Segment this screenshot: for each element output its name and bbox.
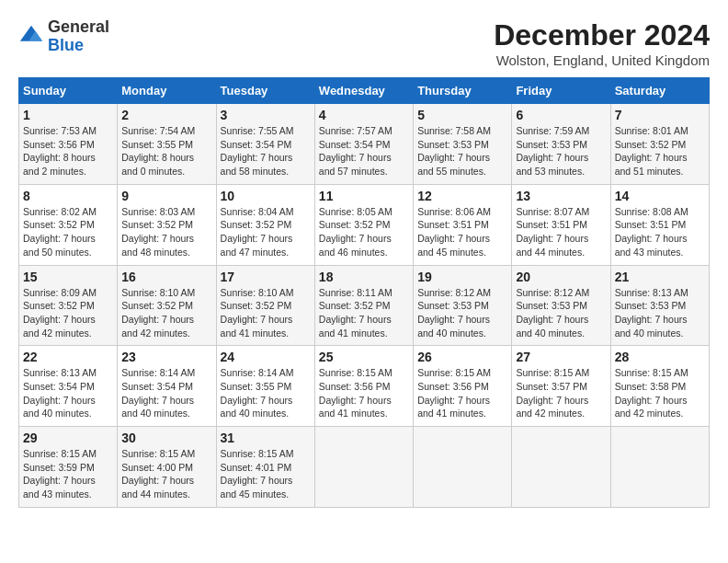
calendar-week-row: 15Sunrise: 8:09 AMSunset: 3:52 PMDayligh… — [19, 265, 710, 346]
day-detail: Sunrise: 8:15 AMSunset: 3:59 PMDaylight:… — [23, 447, 113, 501]
page-header: General Blue December 2024 Wolston, Engl… — [18, 18, 710, 68]
day-number: 17 — [221, 270, 311, 284]
day-detail: Sunrise: 8:04 AMSunset: 3:52 PMDaylight:… — [221, 205, 311, 259]
day-number: 13 — [516, 189, 606, 203]
day-detail: Sunrise: 8:01 AMSunset: 3:52 PMDaylight:… — [615, 124, 705, 178]
title-block: December 2024 Wolston, England, United K… — [494, 18, 710, 68]
calendar-week-row: 1Sunrise: 7:53 AMSunset: 3:56 PMDaylight… — [19, 104, 710, 185]
day-detail: Sunrise: 7:53 AMSunset: 3:56 PMDaylight:… — [23, 124, 113, 178]
calendar-week-row: 29Sunrise: 8:15 AMSunset: 3:59 PMDayligh… — [19, 427, 710, 508]
day-number: 9 — [121, 189, 211, 203]
calendar-cell: 11Sunrise: 8:05 AMSunset: 3:52 PMDayligh… — [314, 184, 413, 265]
calendar-cell: 10Sunrise: 8:04 AMSunset: 3:52 PMDayligh… — [216, 184, 314, 265]
calendar-cell: 29Sunrise: 8:15 AMSunset: 3:59 PMDayligh… — [19, 427, 118, 508]
calendar-cell: 7Sunrise: 8:01 AMSunset: 3:52 PMDaylight… — [610, 104, 709, 185]
day-detail: Sunrise: 8:12 AMSunset: 3:53 PMDaylight:… — [417, 286, 507, 340]
day-detail: Sunrise: 8:07 AMSunset: 3:51 PMDaylight:… — [516, 205, 606, 259]
day-number: 25 — [319, 350, 409, 364]
day-number: 19 — [417, 270, 507, 284]
day-number: 2 — [121, 108, 211, 122]
day-number: 30 — [121, 431, 211, 445]
day-number: 3 — [221, 108, 311, 122]
day-number: 6 — [516, 108, 606, 122]
day-detail: Sunrise: 8:15 AMSunset: 3:57 PMDaylight:… — [516, 366, 606, 420]
day-detail: Sunrise: 8:15 AMSunset: 3:56 PMDaylight:… — [319, 366, 409, 420]
calendar-cell: 6Sunrise: 7:59 AMSunset: 3:53 PMDaylight… — [512, 104, 610, 185]
day-number: 23 — [121, 350, 211, 364]
day-detail: Sunrise: 7:55 AMSunset: 3:54 PMDaylight:… — [221, 124, 311, 178]
weekday-header-monday: Monday — [118, 78, 216, 104]
calendar-cell: 24Sunrise: 8:14 AMSunset: 3:55 PMDayligh… — [216, 346, 314, 427]
day-number: 27 — [516, 350, 606, 364]
weekday-header-wednesday: Wednesday — [314, 78, 413, 104]
calendar-cell: 15Sunrise: 8:09 AMSunset: 3:52 PMDayligh… — [19, 265, 118, 346]
day-number: 31 — [221, 431, 311, 445]
calendar-cell: 23Sunrise: 8:14 AMSunset: 3:54 PMDayligh… — [118, 346, 216, 427]
day-number: 28 — [615, 350, 705, 364]
day-number: 14 — [615, 189, 705, 203]
calendar-week-row: 22Sunrise: 8:13 AMSunset: 3:54 PMDayligh… — [19, 346, 710, 427]
calendar-cell: 2Sunrise: 7:54 AMSunset: 3:55 PMDaylight… — [118, 104, 216, 185]
day-detail: Sunrise: 8:15 AMSunset: 4:01 PMDaylight:… — [221, 447, 311, 501]
calendar-table: SundayMondayTuesdayWednesdayThursdayFrid… — [18, 77, 710, 508]
calendar-header-row: SundayMondayTuesdayWednesdayThursdayFrid… — [19, 78, 710, 104]
weekday-header-friday: Friday — [512, 78, 610, 104]
day-number: 10 — [221, 189, 311, 203]
calendar-cell: 13Sunrise: 8:07 AMSunset: 3:51 PMDayligh… — [512, 184, 610, 265]
calendar-cell: 31Sunrise: 8:15 AMSunset: 4:01 PMDayligh… — [216, 427, 314, 508]
logo: General Blue — [18, 18, 109, 55]
day-detail: Sunrise: 8:08 AMSunset: 3:51 PMDaylight:… — [615, 205, 705, 259]
day-detail: Sunrise: 8:10 AMSunset: 3:52 PMDaylight:… — [121, 286, 211, 340]
day-detail: Sunrise: 8:02 AMSunset: 3:52 PMDaylight:… — [23, 205, 113, 259]
day-detail: Sunrise: 8:11 AMSunset: 3:52 PMDaylight:… — [319, 286, 409, 340]
calendar-cell — [610, 427, 709, 508]
day-detail: Sunrise: 8:15 AMSunset: 3:56 PMDaylight:… — [417, 366, 507, 420]
day-detail: Sunrise: 8:15 AMSunset: 3:58 PMDaylight:… — [615, 366, 705, 420]
weekday-header-tuesday: Tuesday — [216, 78, 314, 104]
day-detail: Sunrise: 8:15 AMSunset: 4:00 PMDaylight:… — [121, 447, 211, 501]
calendar-cell — [314, 427, 413, 508]
day-number: 29 — [23, 431, 113, 445]
logo-general: General — [48, 17, 109, 36]
weekday-header-thursday: Thursday — [414, 78, 512, 104]
day-number: 8 — [23, 189, 113, 203]
location: Wolston, England, United Kingdom — [494, 52, 710, 68]
calendar-cell: 14Sunrise: 8:08 AMSunset: 3:51 PMDayligh… — [610, 184, 709, 265]
day-detail: Sunrise: 8:09 AMSunset: 3:52 PMDaylight:… — [23, 286, 113, 340]
calendar-cell: 25Sunrise: 8:15 AMSunset: 3:56 PMDayligh… — [314, 346, 413, 427]
calendar-cell: 30Sunrise: 8:15 AMSunset: 4:00 PMDayligh… — [118, 427, 216, 508]
calendar-cell: 9Sunrise: 8:03 AMSunset: 3:52 PMDaylight… — [118, 184, 216, 265]
calendar-cell: 22Sunrise: 8:13 AMSunset: 3:54 PMDayligh… — [19, 346, 118, 427]
calendar-cell: 28Sunrise: 8:15 AMSunset: 3:58 PMDayligh… — [610, 346, 709, 427]
calendar-cell: 8Sunrise: 8:02 AMSunset: 3:52 PMDaylight… — [19, 184, 118, 265]
day-detail: Sunrise: 7:58 AMSunset: 3:53 PMDaylight:… — [417, 124, 507, 178]
calendar-cell: 27Sunrise: 8:15 AMSunset: 3:57 PMDayligh… — [512, 346, 610, 427]
day-number: 26 — [417, 350, 507, 364]
calendar-cell — [414, 427, 512, 508]
calendar-cell: 12Sunrise: 8:06 AMSunset: 3:51 PMDayligh… — [414, 184, 512, 265]
day-detail: Sunrise: 8:13 AMSunset: 3:54 PMDaylight:… — [23, 366, 113, 420]
calendar-cell: 21Sunrise: 8:13 AMSunset: 3:53 PMDayligh… — [610, 265, 709, 346]
day-number: 1 — [23, 108, 113, 122]
calendar-cell — [512, 427, 610, 508]
day-number: 20 — [516, 270, 606, 284]
calendar-cell: 19Sunrise: 8:12 AMSunset: 3:53 PMDayligh… — [414, 265, 512, 346]
calendar-cell: 5Sunrise: 7:58 AMSunset: 3:53 PMDaylight… — [414, 104, 512, 185]
day-number: 22 — [23, 350, 113, 364]
day-number: 18 — [319, 270, 409, 284]
day-number: 15 — [23, 270, 113, 284]
day-detail: Sunrise: 8:10 AMSunset: 3:52 PMDaylight:… — [221, 286, 311, 340]
weekday-header-sunday: Sunday — [19, 78, 118, 104]
calendar-cell: 18Sunrise: 8:11 AMSunset: 3:52 PMDayligh… — [314, 265, 413, 346]
day-number: 21 — [615, 270, 705, 284]
day-number: 5 — [417, 108, 507, 122]
day-detail: Sunrise: 8:14 AMSunset: 3:55 PMDaylight:… — [221, 366, 311, 420]
day-detail: Sunrise: 7:57 AMSunset: 3:54 PMDaylight:… — [319, 124, 409, 178]
day-number: 7 — [615, 108, 705, 122]
day-number: 11 — [319, 189, 409, 203]
day-number: 12 — [417, 189, 507, 203]
day-number: 4 — [319, 108, 409, 122]
day-number: 24 — [221, 350, 311, 364]
day-number: 16 — [121, 270, 211, 284]
calendar-week-row: 8Sunrise: 8:02 AMSunset: 3:52 PMDaylight… — [19, 184, 710, 265]
